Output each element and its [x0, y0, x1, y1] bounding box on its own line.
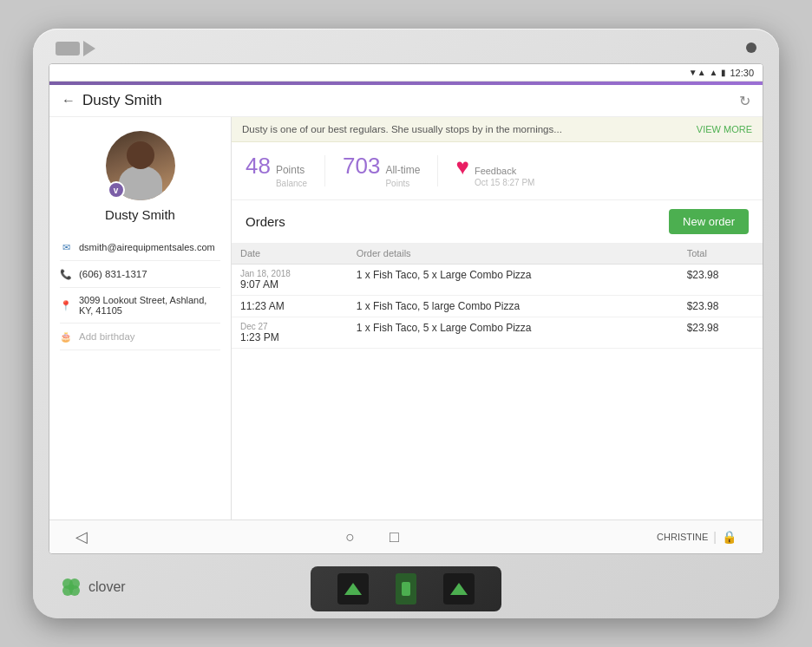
card-reader [311, 566, 501, 611]
nav-right: CHRISTINE | 🔒 [657, 530, 737, 544]
col-total: Total [678, 243, 763, 265]
clover-brand-name: clover [88, 579, 126, 595]
nav-user-name: CHRISTINE [657, 532, 708, 542]
arrow-up-icon-right [450, 583, 468, 595]
order-total-cell: $23.98 [678, 317, 763, 348]
clover-branding: clover [59, 575, 126, 599]
bottom-nav: ◁ ○ □ CHRISTINE | 🔒 [49, 520, 763, 553]
order-details-cell: 1 x Fish Taco, 5 x Large Combo Pizza [348, 317, 678, 348]
note-banner: Dusty is one of our best regulars. She u… [232, 117, 763, 142]
screen: ▼▲ ▲ ▮ 12:30 ← Dusty Smith ↻ v [49, 63, 763, 554]
orders-table-body: Jan 18, 20189:07 AM1 x Fish Taco, 5 x La… [232, 264, 763, 348]
stat-divider-1 [324, 155, 325, 186]
contact-birthday-row[interactable]: 🎂 Add birthday [60, 324, 220, 350]
card-reader-btn-right[interactable] [443, 573, 475, 605]
heart-icon: ♥ [455, 154, 468, 180]
nav-separator: | [713, 530, 717, 544]
contact-phone-row: 📞 (606) 831-1317 [60, 261, 220, 288]
table-row[interactable]: 11:23 AM1 x Fish Taco, 5 large Combo Piz… [232, 295, 763, 317]
refresh-button[interactable]: ↻ [739, 93, 750, 109]
tablet-shell: ▼▲ ▲ ▮ 12:30 ← Dusty Smith ↻ v [33, 29, 779, 618]
status-bar: ▼▲ ▲ ▮ 12:30 [49, 64, 763, 82]
card-reader-btn-center[interactable] [396, 573, 416, 605]
battery-icon: ▮ [721, 68, 726, 77]
signal-icon: ▼▲ [689, 68, 706, 77]
view-more-button[interactable]: VIEW MORE [697, 124, 752, 134]
status-icons: ▼▲ ▲ ▮ 12:30 [689, 68, 754, 78]
add-birthday-button[interactable]: Add birthday [79, 331, 135, 342]
orders-table: Date Order details Total Jan 18, 20189:0… [232, 243, 763, 349]
arrow-up-icon-left [344, 583, 362, 595]
left-panel: v Dusty Smith ✉ dsmith@airequipmentsales… [49, 117, 232, 520]
avatar-container: v [106, 131, 175, 200]
customer-address[interactable]: 3099 Lookout Street, Ashland, KY, 41105 [79, 295, 220, 316]
order-date-cell: Dec 271:23 PM [232, 317, 348, 348]
col-order-details: Order details [348, 243, 678, 265]
right-panel: Dusty is one of our best regulars. She u… [232, 117, 763, 520]
wifi-icon: ▲ [710, 68, 718, 77]
customer-phone[interactable]: (606) 831-1317 [79, 269, 147, 279]
customer-name: Dusty Smith [105, 207, 175, 222]
nav-recent-button[interactable]: □ [390, 528, 399, 546]
alltime-points-stat: 703 All-time Points [343, 153, 420, 189]
tablet-button-tri[interactable] [83, 41, 95, 56]
birthday-icon: 🎂 [60, 330, 72, 343]
app-header: ← Dusty Smith ↻ [49, 85, 763, 117]
lock-icon[interactable]: 🔒 [722, 530, 737, 544]
tablet-bottom: clover [49, 554, 763, 618]
clover-logo-icon [59, 575, 83, 599]
alltime-value: 703 [343, 153, 380, 180]
order-total-cell: $23.98 [678, 264, 763, 295]
feedback-label: Feedback Oct 15 8:27 PM [475, 165, 534, 188]
stats-row: 48 Points Balance 703 All-time Points [232, 142, 763, 200]
back-button[interactable]: ← [62, 93, 75, 108]
app-content: v Dusty Smith ✉ dsmith@airequipmentsales… [49, 117, 763, 520]
order-date-cell: Jan 18, 20189:07 AM [232, 264, 348, 295]
new-order-button[interactable]: New order [669, 209, 749, 234]
app-header-left: ← Dusty Smith [62, 92, 162, 109]
table-row[interactable]: Jan 18, 20189:07 AM1 x Fish Taco, 5 x La… [232, 264, 763, 295]
nav-back-button[interactable]: ◁ [75, 527, 88, 546]
orders-section: Orders New order Date Order details Tota… [232, 200, 763, 520]
points-balance-value: 48 [246, 153, 271, 180]
tablet-top-bar [49, 41, 763, 63]
contact-info: ✉ dsmith@airequipmentsales.com 📞 (606) 8… [60, 234, 220, 350]
alltime-label: All-time Points [385, 164, 420, 189]
col-date: Date [232, 243, 348, 265]
status-time: 12:30 [730, 68, 754, 78]
page-title: Dusty Smith [82, 92, 162, 109]
points-balance-label: Points Balance [276, 164, 307, 189]
orders-header: Orders New order [232, 200, 763, 243]
order-total-cell: $23.98 [678, 295, 763, 317]
feedback-stat: ♥ Feedback Oct 15 8:27 PM [455, 154, 534, 188]
avatar-badge: v [108, 181, 125, 199]
order-details-cell: 1 x Fish Taco, 5 large Combo Pizza [348, 295, 678, 317]
nav-center: ○ □ [345, 528, 399, 546]
contact-email-row: ✉ dsmith@airequipmentsales.com [60, 234, 220, 261]
tablet-button-rect[interactable] [56, 42, 80, 56]
stat-divider-2 [437, 155, 438, 186]
email-icon: ✉ [60, 241, 72, 253]
note-text: Dusty is one of our best regulars. She u… [242, 124, 690, 134]
customer-email[interactable]: dsmith@airequipmentsales.com [79, 242, 215, 252]
order-details-cell: 1 x Fish Taco, 5 x Large Combo Pizza [348, 264, 678, 295]
points-balance-stat: 48 Points Balance [246, 153, 307, 189]
tablet-camera [746, 42, 756, 53]
card-reader-center-indicator [402, 582, 410, 596]
card-reader-btn-left[interactable] [337, 573, 369, 605]
nav-home-button[interactable]: ○ [345, 528, 355, 546]
svg-rect-4 [69, 585, 74, 590]
contact-address-row: 📍 3099 Lookout Street, Ashland, KY, 4110… [60, 288, 220, 324]
orders-table-header: Date Order details Total [232, 243, 763, 265]
table-row[interactable]: Dec 271:23 PM1 x Fish Taco, 5 x Large Co… [232, 317, 763, 348]
order-date-cell: 11:23 AM [232, 295, 348, 317]
tablet-top-controls [56, 41, 95, 56]
orders-title: Orders [246, 214, 285, 229]
location-icon: 📍 [60, 299, 72, 311]
phone-icon: 📞 [60, 268, 72, 280]
